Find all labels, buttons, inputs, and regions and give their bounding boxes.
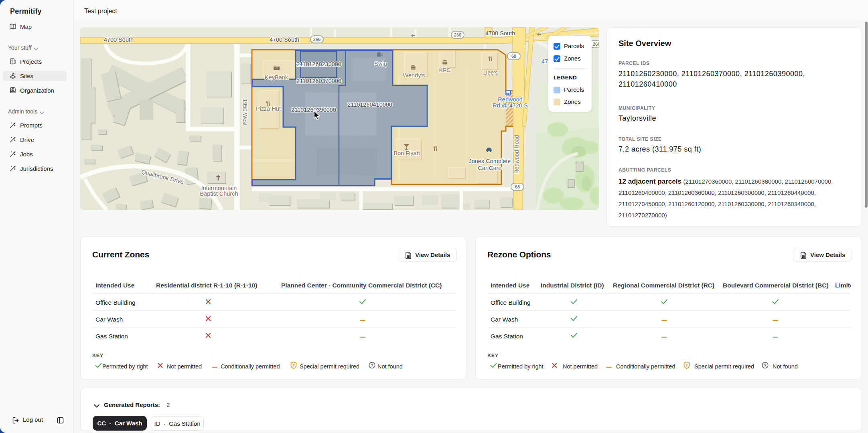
svg-text:Redwood: Redwood <box>498 96 522 103</box>
svg-text:21101260390000: 21101260390000 <box>291 107 336 113</box>
svg-text:Redwood Road: Redwood Road <box>513 135 520 174</box>
svg-text:?: ? <box>685 363 688 367</box>
svg-text:?: ? <box>371 363 373 368</box>
svg-text:KFC: KFC <box>439 67 451 73</box>
svg-text:266: 266 <box>593 42 599 47</box>
svg-text:1950 West: 1950 West <box>242 99 248 126</box>
svg-text:Baptist Church: Baptist Church <box>200 190 238 197</box>
svg-text:?: ? <box>764 363 766 368</box>
svg-text:68: 68 <box>515 184 520 189</box>
svg-text:Swig: Swig <box>374 61 387 67</box>
svg-text:Rd @ 4720 S: Rd @ 4720 S <box>493 102 527 109</box>
svg-text:Wendy's: Wendy's <box>403 72 425 79</box>
svg-text:21101260370000: 21101260370000 <box>296 78 341 84</box>
svg-text:266: 266 <box>313 37 320 42</box>
svg-text:47: 47 <box>541 58 548 65</box>
svg-text:68: 68 <box>511 54 516 59</box>
svg-text:Dee's: Dee's <box>483 69 498 76</box>
svg-text:KeyBank: KeyBank <box>265 74 288 81</box>
svg-text:21101260230000: 21101260230000 <box>296 61 341 67</box>
svg-text:Pizza Hut: Pizza Hut <box>256 105 281 112</box>
svg-text:4700 South: 4700 South <box>104 36 134 43</box>
svg-text:Bon Fiyah: Bon Fiyah <box>393 150 420 156</box>
svg-text:Jones Complete: Jones Complete <box>469 158 511 164</box>
svg-text:21101260410000: 21101260410000 <box>347 101 392 108</box>
svg-text:4700 South: 4700 South <box>485 30 515 36</box>
svg-text:4700 South: 4700 South <box>270 36 299 43</box>
svg-text:266: 266 <box>454 32 461 37</box>
svg-text:Car Care: Car Care <box>478 165 502 171</box>
svg-text:?: ? <box>292 363 295 367</box>
